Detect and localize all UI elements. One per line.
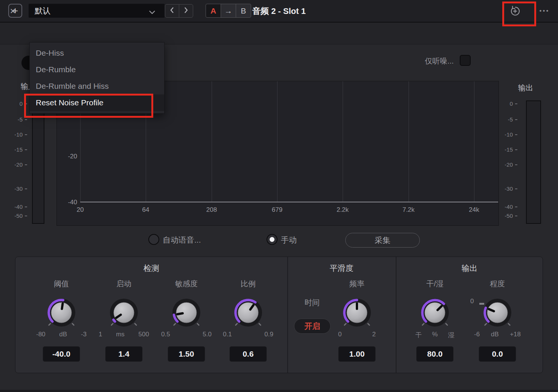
dry-wet-knob[interactable] (416, 294, 454, 331)
ratio-control: 比例 0.1 0.9 0.6 (229, 277, 267, 363)
dry-wet-control: 干/湿 干 % 湿 80.0 (416, 277, 454, 363)
attack-knob[interactable] (105, 294, 143, 331)
output-meter-scale: 0-5 -10-15 -20-30 -40-50 (499, 98, 518, 226)
knob-unit: % (432, 331, 438, 339)
input-level-meter (32, 100, 44, 224)
amount-control: 程度 0 -6 dB +18 0.0 (479, 277, 516, 363)
knob-max: 500 (139, 331, 149, 338)
knob-max: 0.9 (264, 331, 273, 338)
sensitivity-label: 敏感度 (156, 279, 216, 289)
time-on-button[interactable]: 开启 (294, 319, 331, 334)
smoothness-section-title: 平滑度 (287, 263, 396, 273)
auto-speech-radio[interactable] (148, 234, 159, 245)
preset-dropdown-value: 默认 (35, 6, 50, 16)
radio-selected-dot (270, 237, 274, 242)
threshold-label: 阈值 (31, 279, 91, 289)
sensitivity-control: 敏感度 0.5 5.0 1.50 (168, 277, 205, 363)
knob-min: -80 (36, 331, 46, 338)
time-label: 时间 (293, 298, 331, 308)
knob-max: +18 (510, 331, 521, 338)
threshold-knob[interactable] (43, 294, 80, 331)
detection-section-title: 检测 (15, 263, 287, 273)
add-preset-button[interactable]: + (8, 4, 22, 18)
ab-copy-arrow-button[interactable]: → (221, 4, 236, 18)
ratio-knob[interactable] (229, 294, 267, 331)
knob-unit: ms (116, 331, 125, 338)
amount-default-marker: 0 (470, 298, 474, 305)
knob-min: 0 (338, 331, 342, 338)
chevron-down-icon (149, 9, 156, 16)
ratio-label: 比例 (218, 279, 278, 289)
window-bottom-edge (0, 390, 558, 392)
knob-min: 1 (99, 331, 102, 338)
plugin-window: × 音频 2 - Slot 1 ••• + 默认 (0, 0, 558, 392)
amount-value[interactable]: 0.0 (479, 346, 516, 362)
knob-max: -3 (81, 331, 87, 338)
annotation-highlight-reset-icon (502, 2, 536, 26)
knob-unit: dB (59, 331, 67, 338)
parameters-panel: 检测 平滑度 输出 阈值 -80 dB -3 -40.0 (15, 257, 543, 373)
chevron-left-icon (170, 7, 174, 15)
manual-label: 手动 (281, 235, 297, 245)
knob-min: 0.1 (223, 331, 232, 338)
section-divider (287, 257, 288, 373)
knob-max: 2 (372, 331, 376, 338)
attack-label: 启动 (94, 279, 154, 289)
output-level-meter (526, 100, 541, 224)
sensitivity-value[interactable]: 1.50 (168, 346, 205, 362)
knob-max: 湿 (448, 331, 454, 339)
frequency-control: 频率 0 2 1.00 (338, 277, 376, 363)
prev-preset-button[interactable] (165, 4, 179, 18)
graph-x-axis (80, 202, 498, 202)
knob-min: 0.5 (161, 331, 170, 338)
frequency-value[interactable]: 1.00 (338, 346, 376, 362)
frequency-knob[interactable] (338, 294, 376, 331)
chevron-right-icon (184, 7, 188, 15)
capture-button[interactable]: 采集 (345, 233, 420, 248)
ratio-value[interactable]: 0.6 (229, 346, 267, 362)
frequency-label: 频率 (327, 279, 387, 289)
listen-noise-checkbox[interactable] (460, 55, 471, 66)
auto-speech-label: 自动语音... (163, 235, 201, 245)
amount-label: 程度 (467, 279, 528, 289)
amount-knob[interactable] (479, 294, 516, 331)
toolbar (0, 23, 558, 44)
attack-control: 启动 1 ms 500 1.4 (105, 277, 143, 363)
dry-wet-label: 干/湿 (405, 279, 465, 289)
output-meter-label: 输出 (518, 83, 533, 93)
next-preset-button[interactable] (179, 4, 193, 18)
listen-noise-label: 仅听噪... (409, 56, 454, 66)
output-section-title: 输出 (396, 263, 543, 273)
attack-value[interactable]: 1.4 (105, 346, 143, 362)
knob-unit: dB (491, 331, 499, 338)
knob-min: 干 (415, 331, 422, 339)
manual-radio[interactable] (267, 234, 277, 245)
sensitivity-knob[interactable] (168, 294, 205, 331)
preset-dropdown[interactable]: 默认 (29, 4, 165, 18)
threshold-value[interactable]: -40.0 (43, 346, 80, 362)
more-options-button[interactable]: ••• (535, 5, 554, 17)
menu-item-de-hiss[interactable]: De-Hiss (30, 45, 164, 61)
menu-item-de-rumble[interactable]: De-Rumble (30, 61, 164, 78)
knob-min: -6 (474, 331, 480, 338)
section-divider (396, 257, 396, 373)
menu-item-de-rumble-and-hiss[interactable]: De-Rumble and Hiss (30, 78, 164, 94)
dry-wet-value[interactable]: 80.0 (416, 346, 454, 362)
knob-max: 5.0 (203, 331, 212, 338)
ab-compare-b-button[interactable]: B (236, 4, 251, 18)
ab-compare-a-button[interactable]: A (206, 4, 221, 18)
annotation-highlight-reset-menu-item (24, 94, 153, 118)
threshold-control: 阈值 -80 dB -3 -40.0 (43, 277, 80, 363)
